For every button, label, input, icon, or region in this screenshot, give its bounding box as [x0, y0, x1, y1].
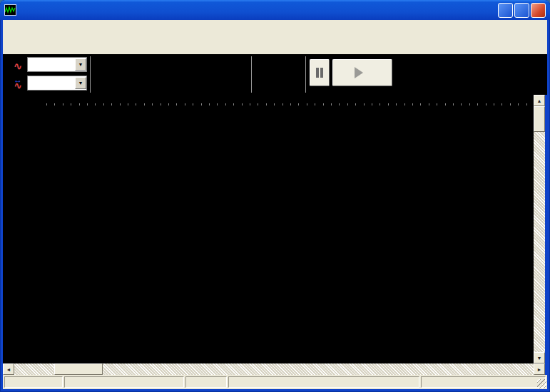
- chevron-down-icon[interactable]: ▼: [75, 77, 86, 89]
- start-button[interactable]: [332, 59, 392, 86]
- tab-bar: [3, 36, 547, 54]
- scroll-down-button[interactable]: ▼: [534, 352, 545, 363]
- channel-count-icon: ∿: [9, 57, 27, 74]
- toolbar: ∿ ▼ ∿↔ ▼: [3, 54, 547, 95]
- scroll-up-button[interactable]: ▲: [534, 95, 545, 106]
- time-ticks: [46, 103, 534, 105]
- pause-icon: [316, 68, 323, 78]
- minimize-button[interactable]: [498, 3, 513, 18]
- oscilloscope-plot[interactable]: [3, 95, 534, 363]
- resize-grip[interactable]: [537, 379, 546, 388]
- copyright-panel: [421, 376, 546, 388]
- app-icon: [4, 4, 16, 16]
- status-bar: [3, 375, 547, 389]
- horizontal-scroll-thumb[interactable]: [54, 363, 103, 375]
- play-icon: [355, 67, 363, 78]
- connection-status-panel: [64, 376, 184, 388]
- menu-bar: [3, 20, 547, 36]
- chevron-down-icon[interactable]: ▼: [75, 58, 86, 71]
- sample-rate-panel: [4, 376, 63, 388]
- duration-panel: [185, 376, 227, 388]
- time-axis: [3, 95, 534, 105]
- empty-panel: [228, 376, 419, 388]
- channel-count-select[interactable]: ▼: [27, 57, 87, 72]
- pause-button[interactable]: [310, 59, 330, 86]
- scroll-right-button[interactable]: ►: [534, 363, 545, 375]
- timebase-icon: ∿↔: [9, 76, 27, 93]
- timebase-select[interactable]: ▼: [27, 76, 87, 91]
- vertical-scroll-thumb[interactable]: [534, 106, 545, 132]
- vertical-scrollbar[interactable]: [534, 95, 545, 363]
- maximize-button[interactable]: [514, 3, 529, 18]
- scroll-left-button[interactable]: ◄: [3, 363, 14, 375]
- app-window: ∿ ▼ ∿↔ ▼ ▲ ▼ ◄ ►: [0, 0, 550, 392]
- close-button[interactable]: [531, 3, 546, 18]
- title-bar[interactable]: [0, 0, 550, 20]
